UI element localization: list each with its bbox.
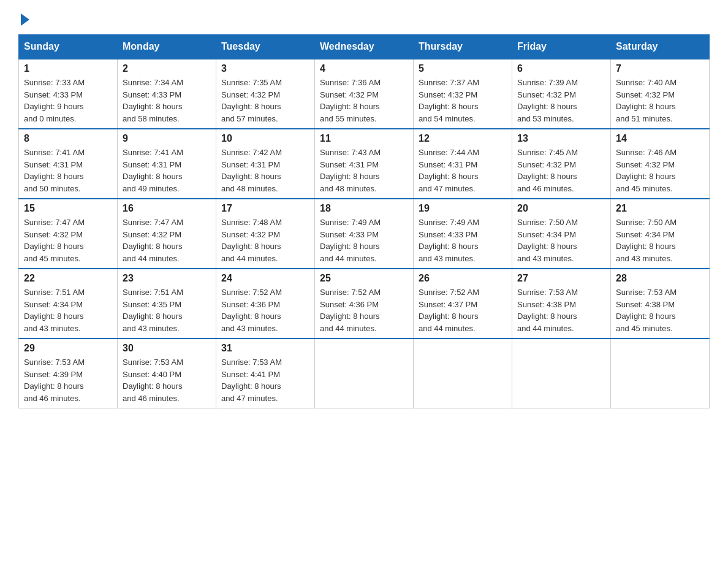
day-number: 19 (419, 203, 507, 214)
day-info: Sunrise: 7:35 AMSunset: 4:32 PMDaylight:… (221, 78, 282, 123)
calendar-cell (611, 339, 710, 408)
calendar-cell (512, 339, 611, 408)
calendar-week-row: 15 Sunrise: 7:47 AMSunset: 4:32 PMDaylig… (19, 199, 710, 269)
day-number: 13 (517, 133, 605, 144)
day-number: 9 (123, 133, 211, 144)
day-info: Sunrise: 7:41 AMSunset: 4:31 PMDaylight:… (24, 148, 85, 193)
weekday-header-thursday: Thursday (414, 35, 512, 59)
page-header (18, 12, 710, 23)
day-info: Sunrise: 7:39 AMSunset: 4:32 PMDaylight:… (517, 78, 578, 123)
calendar-cell: 11 Sunrise: 7:43 AMSunset: 4:31 PMDaylig… (315, 129, 414, 199)
day-number: 1 (24, 63, 112, 74)
day-number: 30 (123, 343, 211, 354)
calendar-cell: 10 Sunrise: 7:42 AMSunset: 4:31 PMDaylig… (216, 129, 315, 199)
day-number: 12 (419, 133, 507, 144)
day-number: 23 (123, 273, 211, 284)
weekday-header-friday: Friday (512, 35, 611, 59)
day-info: Sunrise: 7:52 AMSunset: 4:36 PMDaylight:… (320, 288, 381, 333)
weekday-header-row: SundayMondayTuesdayWednesdayThursdayFrid… (19, 35, 710, 59)
calendar-cell: 9 Sunrise: 7:41 AMSunset: 4:31 PMDayligh… (118, 129, 216, 199)
logo-arrow-icon (21, 13, 29, 26)
day-number: 28 (616, 273, 704, 284)
day-number: 7 (616, 63, 704, 74)
day-number: 17 (221, 203, 309, 214)
calendar-cell: 17 Sunrise: 7:48 AMSunset: 4:32 PMDaylig… (216, 199, 315, 269)
calendar-cell: 24 Sunrise: 7:52 AMSunset: 4:36 PMDaylig… (216, 269, 315, 339)
day-info: Sunrise: 7:34 AMSunset: 4:33 PMDaylight:… (123, 78, 183, 123)
calendar-cell: 14 Sunrise: 7:46 AMSunset: 4:32 PMDaylig… (611, 129, 710, 199)
calendar-cell: 20 Sunrise: 7:50 AMSunset: 4:34 PMDaylig… (512, 199, 611, 269)
calendar-cell: 16 Sunrise: 7:47 AMSunset: 4:32 PMDaylig… (118, 199, 216, 269)
day-info: Sunrise: 7:37 AMSunset: 4:32 PMDaylight:… (419, 78, 479, 123)
day-number: 24 (221, 273, 309, 284)
day-info: Sunrise: 7:47 AMSunset: 4:32 PMDaylight:… (123, 218, 183, 263)
day-info: Sunrise: 7:49 AMSunset: 4:33 PMDaylight:… (419, 218, 479, 263)
day-info: Sunrise: 7:50 AMSunset: 4:34 PMDaylight:… (616, 218, 677, 263)
day-number: 25 (320, 273, 408, 284)
calendar-cell (315, 339, 414, 408)
calendar-cell: 12 Sunrise: 7:44 AMSunset: 4:31 PMDaylig… (414, 129, 512, 199)
day-number: 16 (123, 203, 211, 214)
day-info: Sunrise: 7:53 AMSunset: 4:40 PMDaylight:… (123, 358, 183, 403)
day-number: 21 (616, 203, 704, 214)
day-info: Sunrise: 7:36 AMSunset: 4:32 PMDaylight:… (320, 78, 381, 123)
day-number: 26 (419, 273, 507, 284)
day-info: Sunrise: 7:43 AMSunset: 4:31 PMDaylight:… (320, 148, 381, 193)
day-number: 2 (123, 63, 211, 74)
logo (18, 12, 29, 23)
calendar-week-row: 29 Sunrise: 7:53 AMSunset: 4:39 PMDaylig… (19, 339, 710, 408)
calendar-cell: 3 Sunrise: 7:35 AMSunset: 4:32 PMDayligh… (216, 59, 315, 129)
day-number: 10 (221, 133, 309, 144)
day-number: 8 (24, 133, 112, 144)
day-info: Sunrise: 7:53 AMSunset: 4:38 PMDaylight:… (616, 288, 677, 333)
calendar-cell: 31 Sunrise: 7:53 AMSunset: 4:41 PMDaylig… (216, 339, 315, 408)
calendar-cell (414, 339, 512, 408)
calendar-cell: 5 Sunrise: 7:37 AMSunset: 4:32 PMDayligh… (414, 59, 512, 129)
day-info: Sunrise: 7:52 AMSunset: 4:37 PMDaylight:… (419, 288, 479, 333)
calendar-cell: 13 Sunrise: 7:45 AMSunset: 4:32 PMDaylig… (512, 129, 611, 199)
day-number: 4 (320, 63, 408, 74)
day-info: Sunrise: 7:53 AMSunset: 4:41 PMDaylight:… (221, 358, 282, 403)
day-info: Sunrise: 7:51 AMSunset: 4:35 PMDaylight:… (123, 288, 183, 333)
calendar-cell: 27 Sunrise: 7:53 AMSunset: 4:38 PMDaylig… (512, 269, 611, 339)
calendar-cell: 26 Sunrise: 7:52 AMSunset: 4:37 PMDaylig… (414, 269, 512, 339)
weekday-header-tuesday: Tuesday (216, 35, 315, 59)
day-info: Sunrise: 7:41 AMSunset: 4:31 PMDaylight:… (123, 148, 183, 193)
day-number: 11 (320, 133, 408, 144)
day-info: Sunrise: 7:46 AMSunset: 4:32 PMDaylight:… (616, 148, 677, 193)
calendar-cell: 30 Sunrise: 7:53 AMSunset: 4:40 PMDaylig… (118, 339, 216, 408)
calendar-cell: 21 Sunrise: 7:50 AMSunset: 4:34 PMDaylig… (611, 199, 710, 269)
day-number: 14 (616, 133, 704, 144)
weekday-header-saturday: Saturday (611, 35, 710, 59)
calendar-cell: 29 Sunrise: 7:53 AMSunset: 4:39 PMDaylig… (19, 339, 118, 408)
day-number: 5 (419, 63, 507, 74)
weekday-header-sunday: Sunday (19, 35, 118, 59)
calendar-cell: 8 Sunrise: 7:41 AMSunset: 4:31 PMDayligh… (19, 129, 118, 199)
day-number: 20 (517, 203, 605, 214)
day-number: 31 (221, 343, 309, 354)
calendar-cell: 18 Sunrise: 7:49 AMSunset: 4:33 PMDaylig… (315, 199, 414, 269)
calendar-cell: 4 Sunrise: 7:36 AMSunset: 4:32 PMDayligh… (315, 59, 414, 129)
calendar-week-row: 22 Sunrise: 7:51 AMSunset: 4:34 PMDaylig… (19, 269, 710, 339)
calendar-cell: 6 Sunrise: 7:39 AMSunset: 4:32 PMDayligh… (512, 59, 611, 129)
calendar-cell: 1 Sunrise: 7:33 AMSunset: 4:33 PMDayligh… (19, 59, 118, 129)
calendar-cell: 7 Sunrise: 7:40 AMSunset: 4:32 PMDayligh… (611, 59, 710, 129)
calendar-cell: 19 Sunrise: 7:49 AMSunset: 4:33 PMDaylig… (414, 199, 512, 269)
day-number: 27 (517, 273, 605, 284)
day-info: Sunrise: 7:40 AMSunset: 4:32 PMDaylight:… (616, 78, 677, 123)
day-number: 29 (24, 343, 112, 354)
day-info: Sunrise: 7:52 AMSunset: 4:36 PMDaylight:… (221, 288, 282, 333)
day-number: 6 (517, 63, 605, 74)
day-info: Sunrise: 7:51 AMSunset: 4:34 PMDaylight:… (24, 288, 85, 333)
day-info: Sunrise: 7:33 AMSunset: 4:33 PMDaylight:… (24, 78, 85, 123)
weekday-header-monday: Monday (118, 35, 216, 59)
calendar-cell: 22 Sunrise: 7:51 AMSunset: 4:34 PMDaylig… (19, 269, 118, 339)
calendar-cell: 2 Sunrise: 7:34 AMSunset: 4:33 PMDayligh… (118, 59, 216, 129)
day-info: Sunrise: 7:44 AMSunset: 4:31 PMDaylight:… (419, 148, 479, 193)
day-info: Sunrise: 7:49 AMSunset: 4:33 PMDaylight:… (320, 218, 381, 263)
day-number: 15 (24, 203, 112, 214)
calendar-week-row: 1 Sunrise: 7:33 AMSunset: 4:33 PMDayligh… (19, 59, 710, 129)
day-info: Sunrise: 7:48 AMSunset: 4:32 PMDaylight:… (221, 218, 282, 263)
day-number: 18 (320, 203, 408, 214)
day-info: Sunrise: 7:53 AMSunset: 4:38 PMDaylight:… (517, 288, 578, 333)
